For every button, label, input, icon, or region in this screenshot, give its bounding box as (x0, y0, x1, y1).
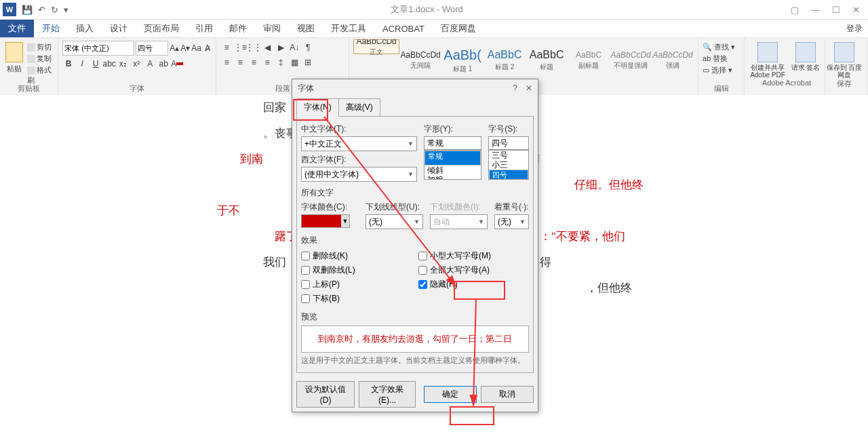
subscript-button[interactable]: x₂ (117, 57, 129, 71)
tab-acrobat[interactable]: ACROBAT (374, 21, 433, 37)
styles-gallery[interactable]: AaBbCcDd正文 AaBbCcDd无间隔 AaBb(标题 1 AaBbC标题… (353, 39, 694, 81)
document-title: 文章1.docx - Word (391, 3, 463, 16)
tab-file[interactable]: 文件 (0, 20, 34, 37)
sort-button[interactable]: A↓ (288, 41, 300, 54)
increase-indent-button[interactable]: ▶ (275, 41, 287, 54)
change-case-button[interactable]: Aa (191, 41, 201, 55)
strikethrough-button[interactable]: abc (103, 57, 115, 71)
tab-view[interactable]: 视图 (289, 20, 323, 37)
tab-design[interactable]: 设计 (102, 20, 136, 37)
tab-mail[interactable]: 邮件 (221, 20, 255, 37)
request-sign-button[interactable]: 请求 签名 (787, 42, 825, 79)
superscript-button[interactable]: x² (130, 57, 142, 71)
tab-references[interactable]: 引用 (187, 20, 221, 37)
create-pdf-button[interactable]: 创建并共享 Adobe PDF (749, 42, 787, 79)
clear-format-button[interactable]: A̷ (203, 41, 212, 55)
shading-button[interactable]: ▦ (288, 56, 300, 69)
style-title[interactable]: AaBbC标题 (526, 39, 568, 81)
group-label-adobe: Adobe Acrobat (749, 79, 825, 88)
bold-button[interactable]: B (62, 57, 75, 71)
dialog-title: 字体 (298, 83, 314, 94)
group-label-font: 字体 (62, 83, 212, 95)
qat-undo[interactable]: ↶ (38, 5, 45, 15)
decrease-indent-button[interactable]: ◀ (261, 41, 273, 54)
group-label-clipboard: 剪贴板 (4, 83, 54, 95)
show-marks-button[interactable]: ¶ (302, 41, 314, 54)
align-center-button[interactable]: ≡ (234, 56, 246, 69)
align-left-button[interactable]: ≡ (220, 56, 233, 69)
line-spacing-button[interactable]: ‡ (275, 56, 287, 69)
bullets-button[interactable]: ≡ (220, 41, 233, 54)
word-icon: W (3, 3, 16, 16)
tab-insert[interactable]: 插入 (68, 20, 102, 37)
group-label-edit: 编辑 (703, 83, 740, 95)
find-button[interactable]: 🔍 查找 ▾ (703, 42, 740, 52)
tab-developer[interactable]: 开发工具 (323, 20, 374, 37)
multilevel-button[interactable]: ⋮⋮ (248, 41, 260, 54)
underline-button[interactable]: U (90, 57, 102, 71)
style-nospacing[interactable]: AaBbCcDd无间隔 (399, 39, 441, 81)
borders-button[interactable]: ⊞ (302, 56, 314, 69)
tab-review[interactable]: 审阅 (255, 20, 289, 37)
font-color-button[interactable]: A (171, 57, 183, 71)
format-painter-button[interactable]: 格式刷 (27, 65, 54, 85)
maximize-button[interactable]: ☐ (827, 3, 846, 16)
font-size-select[interactable] (136, 41, 168, 56)
dialog-close-button[interactable]: ✕ (526, 83, 532, 93)
replace-button[interactable]: ab 替换 (703, 54, 740, 64)
select-button[interactable]: ▭ 选择 ▾ (703, 65, 740, 75)
ribbon-options-icon[interactable]: ▢ (785, 3, 804, 16)
tab-home[interactable]: 开始 (34, 20, 68, 37)
style-subtitle[interactable]: AaBbC副标题 (568, 39, 610, 81)
group-label-save: 保存 (825, 79, 863, 90)
copy-button[interactable]: 复制 (27, 54, 54, 64)
qat-save[interactable]: 💾 (22, 5, 33, 15)
highlight-button[interactable]: ab (157, 57, 170, 71)
style-emphasis[interactable]: AaBbCcDd强调 (652, 39, 694, 81)
qat-redo[interactable]: ↻ (51, 5, 58, 15)
save-baidu-button[interactable]: 保存到 百度网盘 (825, 42, 863, 79)
style-heading1[interactable]: AaBb(标题 1 (441, 39, 484, 81)
justify-button[interactable]: ≡ (261, 56, 273, 69)
italic-button[interactable]: I (76, 57, 88, 71)
cut-button[interactable]: 剪切 (27, 42, 54, 52)
tab-baidu[interactable]: 百度网盘 (433, 20, 484, 37)
numbering-button[interactable]: ⋮≡ (234, 41, 246, 54)
increase-font-button[interactable]: A▴ (170, 41, 179, 55)
close-button[interactable]: ✕ (847, 3, 865, 16)
dialog-help-button[interactable]: ? (513, 83, 517, 93)
style-normal[interactable]: AaBbCcDd正文 (353, 39, 399, 54)
decrease-font-button[interactable]: A▾ (180, 41, 190, 55)
style-heading2[interactable]: AaBbC标题 2 (484, 39, 526, 81)
paste-button[interactable]: 粘贴 (4, 39, 24, 81)
align-right-button[interactable]: ≡ (248, 56, 260, 69)
font-family-select[interactable] (62, 41, 134, 56)
paste-icon (5, 42, 23, 62)
login-link[interactable]: 登录 (846, 23, 868, 35)
font-dialog: 字体 ? ✕ 字体(N) 高级(V) 中文字体(T): +中文正文▼ 西文字体(… (292, 79, 538, 96)
qat-more[interactable]: ▾ (64, 5, 68, 15)
text-effects-button[interactable]: A (144, 57, 156, 71)
minimize-button[interactable]: — (806, 3, 825, 16)
style-subtle[interactable]: AaBbCcDd不明显强调 (610, 39, 652, 81)
tab-layout[interactable]: 页面布局 (136, 20, 187, 37)
